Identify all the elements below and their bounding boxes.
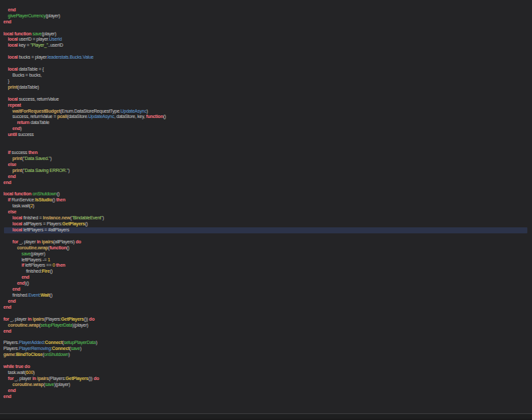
code-line[interactable]: end — [0, 329, 532, 335]
code-line[interactable]: task.wait(2) — [0, 203, 532, 209]
code-line[interactable] — [0, 138, 532, 144]
code-token-fn: save — [71, 346, 80, 351]
code-line[interactable]: coroutine.wrap(save)(player) — [0, 382, 532, 388]
code-line[interactable]: local function save(player) — [0, 31, 532, 37]
code-line[interactable]: local bucks = player.leaderstats.Bucks.V… — [0, 55, 532, 61]
code-line[interactable]: waitForRequestBudget(Enum.DataStoreReque… — [0, 109, 532, 115]
code-line[interactable]: end — [0, 19, 532, 25]
code-token-kw: for — [8, 376, 15, 381]
code-token-txt: ) — [147, 109, 148, 113]
code-line[interactable]: end) — [0, 126, 532, 132]
code-line[interactable]: local success, returnValue — [0, 97, 532, 103]
code-line[interactable]: while true do — [0, 364, 532, 370]
code-line[interactable]: if leftPlayers == 0 then — [0, 263, 532, 269]
code-token-txt: (Players: — [49, 376, 65, 381]
code-token-prop: .PlayerAdded — [18, 340, 44, 345]
code-line[interactable]: end — [0, 299, 532, 305]
code-line[interactable]: local function onShutdown() — [0, 191, 532, 197]
code-line[interactable]: for _, player in ipairs(allPlayers) do — [0, 239, 532, 245]
code-line[interactable]: leftPlayers -= 1 — [0, 257, 532, 263]
code-line[interactable]: local allPlayers = Players:GetPlayers() — [0, 221, 532, 227]
code-line[interactable]: local finished = Instance.new("BindableE… — [0, 215, 532, 221]
code-token-txt: ) — [68, 168, 69, 173]
code-token-kw: end — [21, 275, 29, 279]
code-line[interactable]: if success then — [0, 150, 532, 156]
code-token-kw: end — [13, 126, 21, 131]
code-token-bi: pcall — [57, 114, 67, 119]
code-line[interactable]: end — [0, 305, 532, 311]
code-line[interactable]: givePlayerCurrency(player) — [0, 13, 532, 19]
code-line[interactable] — [0, 358, 532, 364]
code-token-txt: )(player) — [73, 323, 89, 327]
code-line[interactable]: end — [0, 287, 532, 293]
code-line[interactable] — [0, 91, 532, 97]
code-line[interactable] — [0, 311, 532, 317]
code-line[interactable]: return dataTable — [0, 120, 532, 126]
code-line[interactable] — [0, 25, 532, 31]
code-token-mth: Wait — [41, 293, 50, 297]
code-line[interactable] — [0, 49, 532, 55]
code-line[interactable]: coroutine.wrap(setupPlayerData)(player) — [0, 323, 532, 329]
code-token-txt: () — [50, 269, 53, 273]
code-line[interactable]: save(player) — [0, 251, 532, 257]
code-line[interactable]: local dataTable = { — [0, 67, 532, 73]
code-token-txt: leftPlayers == — [25, 263, 53, 267]
code-line[interactable] — [0, 1, 532, 7]
code-token-mth: GetPlayers — [65, 376, 88, 381]
code-line[interactable]: print("Data Saved.") — [0, 156, 532, 162]
code-line[interactable]: if RunService:IsStudio() then — [0, 197, 532, 203]
code-line[interactable]: finished.Event:Wait() — [0, 293, 532, 299]
code-token-bi: print — [13, 156, 22, 161]
code-line[interactable]: print(dataTable) — [0, 85, 532, 91]
code-line[interactable]: end — [0, 394, 532, 400]
code-line[interactable]: } — [0, 79, 532, 85]
code-line[interactable] — [0, 186, 532, 192]
code-token-txt: finished: — [26, 269, 42, 273]
code-line[interactable]: end — [0, 275, 532, 281]
code-line[interactable]: Players.PlayerAdded:Connect(setupPlayerD… — [0, 340, 532, 346]
code-line[interactable]: task.wait(600) — [0, 370, 532, 376]
code-token-txt: _, player — [19, 239, 37, 244]
code-line[interactable]: repeat — [0, 103, 532, 109]
code-line[interactable]: end — [0, 7, 532, 13]
code-line-selected[interactable]: local leftPlayers = #allPlayers — [4, 227, 527, 233]
code-line[interactable]: end — [0, 180, 532, 186]
code-token-fn: save — [33, 31, 42, 36]
code-token-kw: end — [8, 174, 16, 179]
code-line[interactable] — [0, 144, 532, 150]
code-line[interactable]: local key = "Player_"..userID — [0, 43, 532, 49]
code-line[interactable]: end — [0, 388, 532, 394]
code-line[interactable]: game:BindToClose(onShutdown) — [0, 352, 532, 358]
code-token-txt: )(player) — [54, 382, 70, 387]
code-editor-pane[interactable]: bucks.Value = returnValue.BucksendgivePl… — [0, 0, 532, 400]
code-token-num: 600 — [26, 370, 33, 375]
code-line[interactable]: coroutine.wrap(function() — [0, 245, 532, 251]
code-line[interactable]: end — [0, 174, 532, 180]
code-token-bi: waitForRequestBudget — [13, 109, 61, 113]
code-token-prop: .UpdateAsync — [119, 109, 147, 113]
code-line[interactable]: finished:Fire() — [0, 269, 532, 275]
code-line[interactable]: until success — [0, 132, 532, 138]
code-line[interactable]: for _, player in ipairs(Players:GetPlaye… — [0, 317, 532, 323]
code-line[interactable]: Players.PlayerRemoving:Connect(save) — [0, 346, 532, 352]
code-line[interactable] — [0, 335, 532, 341]
code-line[interactable] — [0, 233, 532, 239]
code-token-kw: until — [8, 132, 18, 137]
code-line[interactable]: else — [0, 162, 532, 168]
code-line[interactable]: print("Data Saving ERROR.") — [0, 168, 532, 174]
pane-divider[interactable] — [0, 413, 532, 420]
code-line[interactable]: end)() — [0, 281, 532, 287]
code-line[interactable]: else — [0, 209, 532, 215]
code-token-txt: () — [67, 245, 69, 250]
code-line[interactable]: success, returnValue = pcall(dataStore.U… — [0, 114, 532, 120]
code-line[interactable]: for _, player in ipairs(Players:GetPlaye… — [0, 376, 532, 382]
code-token-txt: dataTable = { — [19, 67, 43, 71]
code-token-bi: game — [3, 352, 15, 357]
code-token-txt: )() — [25, 281, 29, 285]
code-token-txt: success — [18, 132, 34, 137]
code-token-txt: (allPlayers) — [53, 239, 76, 244]
code-line[interactable] — [0, 61, 532, 67]
code-line[interactable]: local userID = player.UserId — [0, 37, 532, 43]
code-line[interactable]: Bucks = bucks, — [0, 73, 532, 79]
code-token-txt: } — [8, 79, 9, 83]
